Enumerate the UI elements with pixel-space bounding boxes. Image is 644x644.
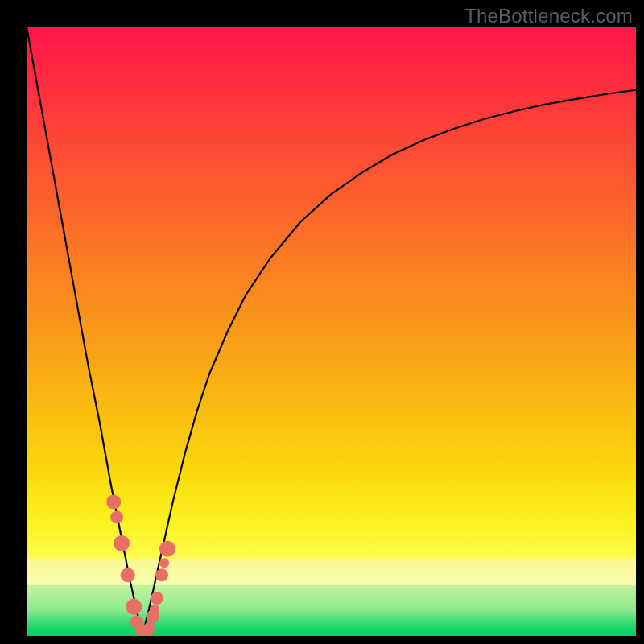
curve-marker [126, 599, 142, 615]
watermark-text: TheBottleneck.com [464, 5, 633, 27]
curve-marker [150, 605, 159, 614]
curve-marker [110, 510, 123, 523]
curve-marker [106, 494, 121, 509]
bottleneck-curve-svg [27, 27, 636, 636]
curve-marker [155, 568, 168, 581]
curve-marker [114, 535, 130, 551]
plot-area [27, 27, 636, 636]
curve-marker [151, 592, 163, 605]
curve-marker [121, 568, 135, 582]
curve-marker [159, 558, 169, 568]
curve-marker [159, 541, 175, 557]
chart-frame: TheBottleneck.com [0, 0, 644, 644]
